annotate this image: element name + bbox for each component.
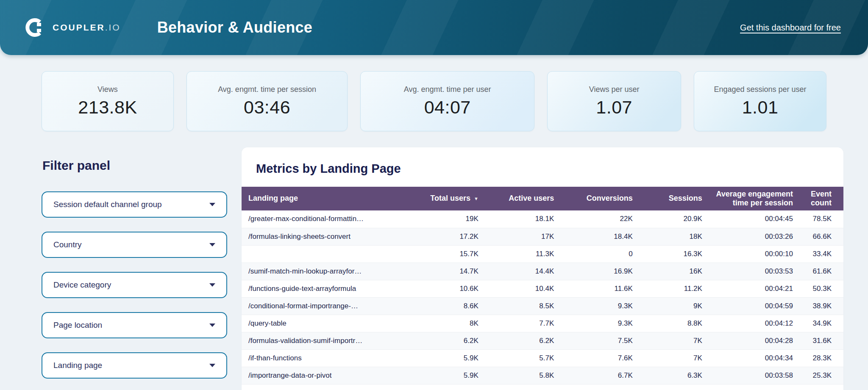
cell-metric: 28.3K — [798, 349, 843, 367]
cell-metric: 18K — [638, 228, 707, 245]
filter-dropdown-label: Country — [53, 240, 82, 249]
column-header-total-users[interactable]: Total users▼ — [420, 187, 484, 210]
cell-metric: 18.4K — [559, 228, 638, 245]
table-row: /sumif-match-min-lookup-arrayfor…14.7K14… — [242, 263, 843, 280]
chevron-down-icon — [209, 243, 215, 246]
chevron-down-icon — [209, 203, 215, 206]
cell-metric: 8K — [420, 315, 484, 332]
table-row: /importrange-data-or-pivot5.9K5.8K6.7K6.… — [242, 367, 843, 384]
cell-metric: 00:04:45 — [707, 210, 798, 228]
cell-metric: 16.3K — [638, 245, 707, 263]
filter-dropdown-device-category[interactable]: Device category — [42, 272, 227, 298]
cell-metric: 50.3K — [798, 280, 843, 297]
filter-dropdown-page-location[interactable]: Page location — [42, 312, 227, 338]
cell-metric: 11.2K — [638, 280, 707, 297]
filter-dropdown-label: Session default channel group — [53, 200, 162, 209]
kpi-card: Views per user1.07 — [547, 71, 681, 131]
cell-metric: 31.6K — [798, 332, 843, 349]
kpi-label: Avg. engmt. time per user — [404, 85, 491, 94]
cell-landing-page: /formulas-linking-sheets-convert — [242, 228, 420, 245]
cell-metric: 00:04:28 — [707, 332, 798, 349]
cell-metric: 11.3K — [484, 245, 559, 263]
cell-metric: 38.9K — [798, 297, 843, 315]
cell-metric: 8.5K — [484, 297, 559, 315]
kpi-value: 213.8K — [78, 97, 137, 118]
cell-metric: 9.3K — [559, 315, 638, 332]
table-title: Metrics by Landing Page — [256, 162, 843, 176]
cell-metric: 00:03:26 — [707, 228, 798, 245]
filters-list: Session default channel groupCountryDevi… — [42, 191, 227, 379]
filter-dropdown-label: Page location — [53, 321, 102, 330]
cell-metric: 16K — [638, 263, 707, 280]
coupler-logo-icon — [24, 17, 46, 39]
cell-landing-page: /formulas-validation-sumif-importr… — [242, 332, 420, 349]
cell-metric: 66.6K — [798, 228, 843, 245]
table-row: /query-table8K7.7K9.3K8.8K00:04:1234.9K — [242, 315, 843, 332]
table-row: /formulas-linking-sheets-convert17.2K17K… — [242, 228, 843, 245]
column-header-landing-page[interactable]: Landing page — [242, 187, 420, 210]
cell-metric: 00:04:21 — [707, 280, 798, 297]
get-dashboard-link[interactable]: Get this dashboard for free — [740, 23, 841, 33]
column-header-active-users[interactable]: Active users — [484, 187, 559, 210]
cell-metric: 9K — [638, 297, 707, 315]
cell-metric: 00:00:10 — [707, 245, 798, 263]
filter-dropdown-country[interactable]: Country — [42, 232, 227, 258]
filter-dropdown-session-default-channel-group[interactable]: Session default channel group — [42, 191, 227, 218]
main-content: Filter panel Session default channel gro… — [42, 147, 843, 390]
cell-metric: 5.7K — [484, 349, 559, 367]
cell-landing-page: /importrange-data-or-pivot — [242, 367, 420, 384]
cell-landing-page — [242, 245, 420, 263]
cell-metric: 15.7K — [420, 245, 484, 263]
cell-metric: 61.6K — [798, 263, 843, 280]
column-header-sessions[interactable]: Sessions — [638, 187, 707, 210]
cell-metric: 00:03:53 — [707, 263, 798, 280]
cell-metric: 34.9K — [798, 315, 843, 332]
column-header-label: Active users — [509, 194, 554, 202]
kpi-label: Avg. engmt. time per session — [218, 85, 316, 94]
app-header: COUPLER.IO Behavior & Audience Get this … — [0, 0, 868, 55]
cell-metric: 78.5K — [798, 210, 843, 228]
cell-metric: 18.1K — [484, 210, 559, 228]
cell-metric: 7.5K — [559, 332, 638, 349]
cell-landing-page: /greater-max-conditional-formattin… — [242, 210, 420, 228]
filter-panel-title: Filter panel — [42, 158, 227, 173]
table-row: /if-than-functions5.9K5.7K7.6K7K00:04:34… — [242, 349, 843, 367]
cell-metric: 14.4K — [484, 263, 559, 280]
column-header-label: Sessions — [669, 194, 702, 202]
chevron-down-icon — [209, 324, 215, 327]
cell-landing-page: /query-table — [242, 315, 420, 332]
cell-metric: 7.6K — [559, 349, 638, 367]
cell-metric: 25.3K — [798, 367, 843, 384]
cell-metric: 5.9K — [420, 367, 484, 384]
column-header-average-engagement-time-per-session[interactable]: Average engagement time per session — [707, 187, 798, 210]
cell-metric: 5.9K — [420, 349, 484, 367]
column-header-label: Average engagement time per session — [716, 190, 793, 207]
kpi-card: Engaged sessions per user1.01 — [694, 71, 826, 131]
brand-name: COUPLER.IO — [53, 22, 121, 33]
cell-metric: 6.7K — [559, 367, 638, 384]
table-header-row: Landing pageTotal users▼Active usersConv… — [242, 187, 843, 210]
cell-metric: 00:04:59 — [707, 297, 798, 315]
filter-dropdown-label: Landing page — [53, 361, 102, 370]
table-row: /functions-guide-text-arrayformula10.6K1… — [242, 280, 843, 297]
cell-metric: 00:04:34 — [707, 349, 798, 367]
cell-metric: 33.4K — [798, 245, 843, 263]
cell-metric: 7.7K — [484, 315, 559, 332]
cell-metric: 0 — [559, 245, 638, 263]
kpi-value: 1.07 — [596, 97, 632, 118]
sort-desc-icon: ▼ — [474, 196, 479, 202]
metrics-table: Landing pageTotal users▼Active usersConv… — [242, 187, 843, 384]
cell-metric: 17.2K — [420, 228, 484, 245]
column-header-event-count[interactable]: Event count — [798, 187, 843, 210]
filter-dropdown-landing-page[interactable]: Landing page — [42, 352, 227, 379]
cell-landing-page: /sumif-match-min-lookup-arrayfor… — [242, 263, 420, 280]
cell-metric: 8.6K — [420, 297, 484, 315]
cell-metric: 7K — [638, 332, 707, 349]
cell-metric: 11.6K — [559, 280, 638, 297]
kpi-label: Engaged sessions per user — [714, 85, 806, 94]
table-row: /formulas-validation-sumif-importr…6.2K6… — [242, 332, 843, 349]
cell-metric: 00:03:58 — [707, 367, 798, 384]
kpi-cards-row: Views213.8KAvg. engmt. time per session0… — [42, 71, 826, 131]
column-header-conversions[interactable]: Conversions — [559, 187, 638, 210]
cell-metric: 5.8K — [484, 367, 559, 384]
